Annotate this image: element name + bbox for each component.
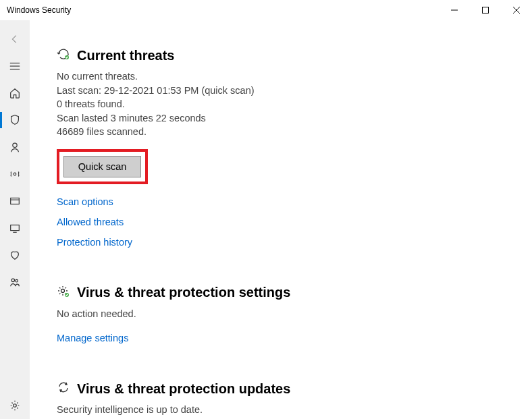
sidebar-item-device-security[interactable] — [0, 215, 30, 242]
main-content: Current threats No current threats. Last… — [30, 20, 532, 419]
allowed-threats-link[interactable]: Allowed threats — [57, 217, 512, 227]
sidebar-item-device-health[interactable] — [0, 242, 30, 269]
svg-rect-1 — [483, 7, 489, 13]
window-controls — [439, 0, 532, 20]
settings-title: Virus & threat protection settings — [77, 285, 290, 300]
minimize-button[interactable] — [439, 0, 470, 20]
last-scan-info: Last scan: 29-12-2021 01:53 PM (quick sc… — [57, 84, 512, 98]
sidebar-item-virus-protection[interactable] — [0, 107, 30, 134]
current-threats-section: Current threats No current threats. Last… — [57, 47, 512, 248]
sidebar-item-firewall[interactable] — [0, 161, 30, 188]
quick-scan-button[interactable]: Quick scan — [63, 156, 141, 177]
svg-point-7 — [13, 143, 17, 147]
gear-icon — [57, 285, 77, 301]
scan-history-icon — [57, 47, 77, 63]
close-button[interactable] — [501, 0, 532, 20]
current-threats-title: Current threats — [77, 48, 174, 63]
scan-options-link[interactable]: Scan options — [57, 196, 512, 207]
svg-point-14 — [16, 279, 18, 282]
sidebar-item-settings[interactable] — [0, 392, 30, 419]
threats-found: 0 threats found. — [57, 98, 512, 111]
settings-section: Virus & threat protection settings No ac… — [57, 285, 512, 344]
window-title: Windows Security — [7, 5, 71, 15]
maximize-button[interactable] — [470, 0, 501, 20]
quick-scan-highlight: Quick scan — [57, 149, 148, 184]
settings-status: No action needed. — [57, 308, 512, 321]
sidebar-item-home[interactable] — [0, 80, 30, 107]
protection-history-link[interactable]: Protection history — [57, 237, 512, 248]
svg-point-8 — [14, 173, 16, 175]
svg-rect-9 — [11, 198, 20, 204]
back-button[interactable] — [0, 26, 30, 53]
scan-duration: Scan lasted 3 minutes 22 seconds — [57, 112, 512, 125]
threats-status: No current threats. — [57, 70, 512, 84]
titlebar: Windows Security — [0, 0, 532, 20]
sidebar-item-app-control[interactable] — [0, 188, 30, 215]
updates-title: Virus & threat protection updates — [77, 381, 290, 397]
svg-point-17 — [61, 289, 65, 292]
menu-button[interactable] — [0, 53, 30, 80]
svg-point-13 — [11, 279, 15, 282]
svg-point-15 — [14, 404, 17, 408]
updates-section: Virus & threat protection updates Securi… — [57, 381, 512, 417]
manage-settings-link[interactable]: Manage settings — [57, 333, 512, 343]
sidebar — [0, 20, 30, 419]
sidebar-item-family[interactable] — [0, 269, 30, 296]
svg-rect-11 — [11, 225, 20, 231]
updates-status: Security intelligence is up to date. — [57, 403, 512, 417]
files-scanned: 46689 files scanned. — [57, 125, 512, 139]
sidebar-item-account[interactable] — [0, 134, 30, 161]
refresh-icon — [57, 381, 77, 397]
